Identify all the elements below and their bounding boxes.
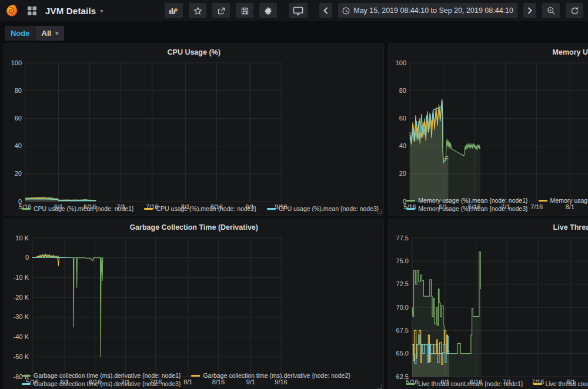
series-line <box>32 257 69 258</box>
y-axis-tick-label: 70.0 <box>396 304 409 311</box>
dashboard-grid: CPU Usage (%) 1008060402005/166/16/167/1… <box>4 43 585 389</box>
legend-swatch-icon <box>144 208 153 210</box>
legend-item[interactable]: Live thread count.mean {node: node2} <box>533 380 588 388</box>
y-axis-tick-label: 75.0 <box>396 257 409 264</box>
refresh-button[interactable] <box>566 3 583 18</box>
legend-item[interactable]: Memory usage (%).mean {node: node2} <box>539 196 588 204</box>
panel-title[interactable]: CPU Usage (%) <box>8 46 380 59</box>
chart-svg: 77.575.072.570.067.565.062.55/166/16/167… <box>392 234 588 387</box>
legend-series-name: Memory usage (%).mean {node: node2} <box>550 196 588 204</box>
legend-item[interactable]: Memory usage (%).mean {node: node3} <box>406 204 527 213</box>
chart-svg: 1008060402005/166/16/167/17/168/18/169/1… <box>8 59 288 212</box>
panel-title[interactable]: Garbage Collection Time (Derivative) <box>8 222 380 234</box>
legend-row: Memory usage (%).mean {node: node3} <box>406 204 588 213</box>
y-axis-tick-label: 80 <box>399 87 406 94</box>
y-axis-tick-label: 65.0 <box>396 350 409 357</box>
y-axis-tick-label: -20 K <box>14 294 29 301</box>
legend-series-name: Memory usage (%).mean {node: node1} <box>418 196 527 204</box>
legend-swatch-icon <box>22 375 31 377</box>
legend-series-name: Garbage collection time (ms).derivative … <box>203 371 350 380</box>
legend-swatch-icon <box>22 208 31 210</box>
y-axis-tick-label: -10 K <box>14 274 29 281</box>
y-axis-tick-label: -30 K <box>14 313 29 320</box>
panel-resize-handle[interactable] <box>377 209 382 214</box>
legend-swatch-icon <box>267 208 276 210</box>
legend-row: CPU usage (%).mean {node: node1}CPU usag… <box>22 204 379 213</box>
panel-memory-usage: Memory Usage (%) 1008060402005/166/16/16… <box>388 43 588 216</box>
y-axis-tick-label: 60 <box>399 115 406 122</box>
chart-legend: Live thread count.mean {node: node1}Live… <box>392 379 588 388</box>
time-forward-button[interactable] <box>523 3 536 18</box>
chart-legend: Memory usage (%).mean {node: node1}Memor… <box>392 196 588 213</box>
legend-item[interactable]: CPU usage (%).mean {node: node1} <box>22 204 133 213</box>
legend-row: Memory usage (%).mean {node: node1}Memor… <box>406 196 588 204</box>
y-axis-tick-label: 40 <box>15 142 22 149</box>
time-range-picker[interactable]: May 15, 2019 08:44:10 to Sep 20, 2019 08… <box>338 3 517 18</box>
chart-legend: CPU usage (%).mean {node: node1}CPU usag… <box>8 204 380 213</box>
legend-row: Garbage collection time (ms).derivative … <box>22 380 379 388</box>
chart-area[interactable]: 10 K0-10 K-20 K-30 K-40 K-50 K-60 K5/166… <box>8 234 380 371</box>
share-button[interactable] <box>212 3 230 18</box>
legend-item[interactable]: Garbage collection time (ms).derivative … <box>22 371 181 380</box>
legend-item[interactable]: Garbage collection time (ms).derivative … <box>22 380 181 388</box>
save-button[interactable] <box>236 3 253 18</box>
zoom-out-button[interactable] <box>542 3 560 18</box>
y-axis-tick-label: 20 <box>399 170 406 177</box>
legend-item[interactable]: CPU usage (%).mean {node: node2} <box>144 204 256 213</box>
legend-item[interactable]: Memory usage (%).mean {node: node1} <box>406 196 527 204</box>
panel-cpu-usage: CPU Usage (%) 1008060402005/166/16/167/1… <box>4 43 384 216</box>
panel-title[interactable]: Memory Usage (%) <box>392 46 588 59</box>
legend-series-name: Live thread count.mean {node: node1} <box>418 380 523 388</box>
panel-gc-time: Garbage Collection Time (Derivative) 10 … <box>4 219 384 389</box>
legend-series-name: Garbage collection time (ms).derivative … <box>34 371 181 380</box>
caret-down-icon: ▾ <box>100 8 103 14</box>
legend-series-name: Garbage collection time (ms).derivative … <box>34 380 181 388</box>
legend-series-name: CPU usage (%).mean {node: node3} <box>279 204 379 213</box>
time-back-button[interactable] <box>319 3 332 18</box>
legend-series-name: Memory usage (%).mean {node: node3} <box>418 204 527 213</box>
legend-swatch-icon <box>191 375 200 377</box>
panel-resize-handle[interactable] <box>377 384 382 389</box>
legend-swatch-icon <box>406 200 415 202</box>
dashboards-grid-icon[interactable] <box>27 6 37 16</box>
legend-row: Live thread count.mean {node: node1}Live… <box>406 380 588 388</box>
panel-live-thread-count: Live Thread Count 77.575.072.570.067.565… <box>388 219 588 389</box>
chart-svg: 1008060402005/166/16/167/17/168/18/169/1… <box>392 59 588 212</box>
cycle-view-monitor-button[interactable] <box>289 3 308 18</box>
chart-area[interactable]: 77.575.072.570.067.565.062.55/166/16/167… <box>392 234 588 379</box>
series-line <box>32 254 103 357</box>
legend-item[interactable]: CPU usage (%).mean {node: node3} <box>267 204 379 213</box>
legend-swatch-icon <box>533 383 542 385</box>
legend-series-name: Live thread count.mean {node: node2} <box>545 380 588 388</box>
legend-item[interactable]: Garbage collection time (ms).derivative … <box>191 371 350 380</box>
legend-swatch-icon <box>406 383 415 385</box>
chart-area[interactable]: 1008060402005/166/16/167/17/168/18/169/1… <box>392 59 588 196</box>
panel-title[interactable]: Live Thread Count <box>392 222 588 234</box>
chart-svg: 10 K0-10 K-20 K-30 K-40 K-50 K-60 K5/166… <box>8 234 288 387</box>
add-panel-button[interactable] <box>165 3 183 18</box>
grafana-logo-icon[interactable] <box>5 4 19 18</box>
legend-series-name: CPU usage (%).mean {node: node2} <box>156 204 256 213</box>
legend-row: Garbage collection time (ms).derivative … <box>22 371 379 380</box>
page-title: JVM Details <box>45 6 96 16</box>
legend-swatch-icon <box>406 208 415 210</box>
legend-series-name: CPU usage (%).mean {node: node1} <box>34 204 133 213</box>
y-axis-tick-label: -40 K <box>14 333 29 340</box>
variable-value-text: All <box>42 29 52 38</box>
y-axis-tick-label: 60 <box>15 115 22 122</box>
series-area <box>32 254 103 357</box>
y-axis-tick-label: 100 <box>11 59 22 66</box>
legend-item[interactable]: Live thread count.mean {node: node1} <box>406 380 523 388</box>
y-axis-tick-label: 67.5 <box>396 327 409 334</box>
y-axis-tick-label: 40 <box>399 142 406 149</box>
settings-gear-button[interactable] <box>259 3 277 18</box>
star-button[interactable] <box>189 3 206 18</box>
variable-value-dropdown[interactable]: All ▾ <box>36 26 65 41</box>
series-line <box>32 255 69 266</box>
chart-area[interactable]: 1008060402005/166/16/167/17/168/18/169/1… <box>8 59 380 204</box>
y-axis-tick-label: 72.5 <box>396 280 409 287</box>
y-axis-tick-label: 20 <box>15 170 22 177</box>
dashboard-title-dropdown[interactable]: JVM Details ▾ <box>45 6 103 16</box>
chart-legend: Garbage collection time (ms).derivative … <box>8 371 380 388</box>
y-axis-tick-label: -50 K <box>14 353 29 360</box>
